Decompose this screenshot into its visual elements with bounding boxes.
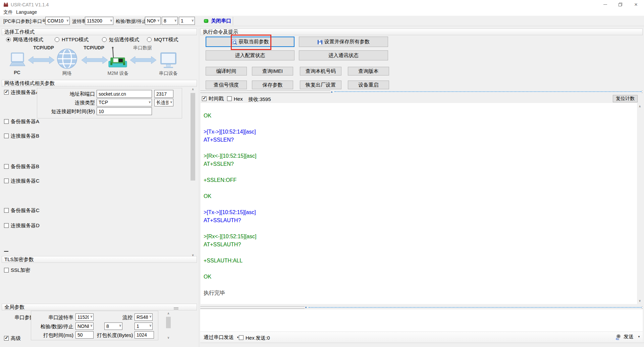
set-save-all-button[interactable]: 设置并保存所有参数: [299, 37, 388, 47]
checkbox-label: 备份服务器B: [11, 163, 39, 170]
checkbox-connect-server-c[interactable]: 连接服务器C: [4, 178, 40, 184]
checkbox-backup-server-a[interactable]: 备份服务器A: [4, 118, 39, 125]
splitter-handle[interactable]: ▲: [330, 90, 642, 93]
menu-language[interactable]: Language: [16, 9, 37, 15]
checkbox-icon: [4, 134, 9, 138]
bottom-strip: [200, 343, 644, 347]
scrollbar-thumb[interactable]: [166, 317, 171, 328]
send-label: 发送: [624, 334, 634, 340]
checkbox-ssl[interactable]: SSL加密: [4, 267, 30, 273]
scrollbar-up-icon[interactable]: ∧: [637, 104, 643, 109]
baud-select[interactable]: 115200 ∨: [85, 17, 113, 25]
scrollbar-thumb[interactable]: [191, 93, 195, 181]
restore-button[interactable]: [613, 0, 628, 9]
save-params-button[interactable]: 保存参数: [252, 81, 293, 89]
arrow-icon: [82, 56, 108, 64]
pack-len-input[interactable]: [135, 331, 154, 339]
enter-config-button[interactable]: 进入配置状态: [206, 50, 294, 60]
checkbox-backup-server-c[interactable]: 备份服务器C: [4, 207, 40, 213]
chevron-down-icon: ∨: [110, 18, 112, 22]
log-line: OK: [204, 112, 637, 120]
checkbox-label: 连接服务器D: [11, 222, 40, 229]
radio-httpd-mode[interactable]: HTTPD模式: [55, 37, 89, 43]
log-line: [204, 281, 637, 289]
radio-sms-mode[interactable]: 短信透传模式: [102, 37, 139, 43]
pc-serial-label: [PC串口参数]:串口号: [3, 18, 47, 24]
enter-comm-button[interactable]: 进入通讯状态: [299, 50, 388, 60]
scrollbar-down-icon[interactable]: ∨: [165, 335, 171, 340]
com-port-select[interactable]: COM10 ∨: [45, 17, 70, 25]
query-signal-button[interactable]: 查信号强度: [206, 81, 247, 89]
log-line: +SSLAUTH:ALL: [204, 257, 637, 265]
device-restart-button[interactable]: 设备重启: [348, 81, 389, 89]
send-via-serial-label: 通过串口发送: [204, 334, 234, 341]
splitter-handle-2[interactable]: ▼: [305, 306, 642, 309]
server-a-port-input[interactable]: [154, 90, 173, 98]
parity-value: NONI: [147, 18, 156, 23]
chevron-down-icon: ∨: [149, 314, 152, 318]
minimize-button[interactable]: [598, 0, 613, 9]
work-mode-header: 选择工作模式: [2, 29, 197, 35]
close-port-button[interactable]: 关闭串口: [204, 18, 231, 24]
pack-time-input[interactable]: [75, 331, 94, 339]
timeout-input[interactable]: [97, 107, 152, 115]
databits-select[interactable]: 8 ∨: [162, 17, 178, 25]
reset-counter-button[interactable]: 复位计数: [613, 95, 638, 102]
panel-divider: [199, 29, 199, 347]
scrollbar-up-icon[interactable]: ∧: [165, 311, 171, 316]
compile-time-button[interactable]: 编译时间: [206, 67, 247, 76]
query-imei-button[interactable]: 查询IMEI: [252, 67, 293, 76]
port-status-led-icon: [204, 19, 208, 23]
query-number-button[interactable]: 查询本机号码: [300, 67, 341, 76]
menu-file[interactable]: 文件: [3, 9, 13, 15]
close-button[interactable]: ×: [628, 0, 644, 9]
parity-select[interactable]: NONI ∨: [145, 17, 161, 25]
global-params-scrollbar[interactable]: ∧ ∨: [165, 311, 171, 340]
checkbox-label: Hex: [246, 335, 255, 341]
checkbox-icon: [4, 208, 9, 213]
splitter-grip-icon[interactable]: [174, 307, 178, 309]
flow-value: RS485: [137, 314, 148, 320]
conn-mode-select[interactable]: 长连接 ∨: [154, 99, 173, 106]
sent-count: 发送:0: [256, 335, 270, 341]
send-button[interactable]: 发送 ▼: [615, 334, 640, 340]
log-output[interactable]: OK >[Tx->][10:52:14][asc]AT+SSLEN? >[Rx<…: [201, 103, 637, 304]
checkbox-timestamp[interactable]: 时间戳: [202, 96, 224, 102]
log-line: >[Rx<-][10:52:15][asc]: [204, 152, 637, 160]
factory-reset-button[interactable]: 恢复出厂设置: [300, 81, 341, 89]
checkbox-connect-server-a[interactable]: 连接服务器A: [4, 89, 39, 95]
g-stopbits-select[interactable]: 1 ∨: [135, 323, 153, 330]
checkbox-connect-server-b[interactable]: 连接服务器B: [4, 133, 39, 139]
checkbox-label: 连接服务器B: [11, 133, 39, 139]
baud-value: 115200: [87, 18, 108, 23]
send-icon: [615, 334, 622, 340]
g-baud-select[interactable]: 115200 ∨: [75, 313, 94, 321]
timeout-label: 短连接超时时间(秒): [39, 108, 95, 115]
query-version-button[interactable]: 查询版本: [348, 67, 389, 76]
pack-len-label: 打包长度(Bytes): [97, 332, 132, 339]
checkbox-connect-server-d[interactable]: 连接服务器D: [4, 222, 40, 229]
node-label-pc: PC: [8, 70, 26, 75]
global-params-header: 全局参数: [2, 304, 197, 310]
checkbox-advanced[interactable]: 高级: [4, 335, 21, 341]
checkbox-send-hex[interactable]: Hex: [239, 335, 255, 341]
g-parity-select[interactable]: NONE ∨: [75, 323, 94, 330]
radio-mqtt-mode[interactable]: MQTT模式: [147, 37, 178, 43]
g-databits-select[interactable]: 8 ∨: [104, 323, 122, 330]
radio-net-transparent-mode[interactable]: 网络透传模式: [6, 37, 43, 43]
scrollbar-up-icon[interactable]: ∧: [190, 87, 196, 92]
flow-select[interactable]: RS485 ∨: [135, 313, 153, 321]
checkbox-recv-hex[interactable]: Hex: [227, 96, 243, 102]
stopbits-value: 1: [181, 18, 189, 23]
chevron-down-icon: ∨: [90, 324, 93, 327]
send-via-serial-dropdown[interactable]: 通过串口发送 ▼: [204, 334, 239, 341]
log-scrollbar[interactable]: ∧ ∨: [637, 103, 643, 304]
net-params-scrollbar[interactable]: ∧ ∨: [190, 87, 196, 258]
scrollbar-down-icon[interactable]: ∨: [637, 298, 643, 303]
stopbits-select[interactable]: 1 ∨: [179, 17, 195, 25]
checkbox-backup-server-b[interactable]: 备份服务器B: [4, 163, 39, 169]
server-a-address-input[interactable]: [97, 90, 152, 98]
conn-type-select[interactable]: TCP ∨: [97, 99, 152, 106]
send-input[interactable]: [200, 309, 643, 332]
chevron-down-icon: ∨: [192, 18, 194, 22]
